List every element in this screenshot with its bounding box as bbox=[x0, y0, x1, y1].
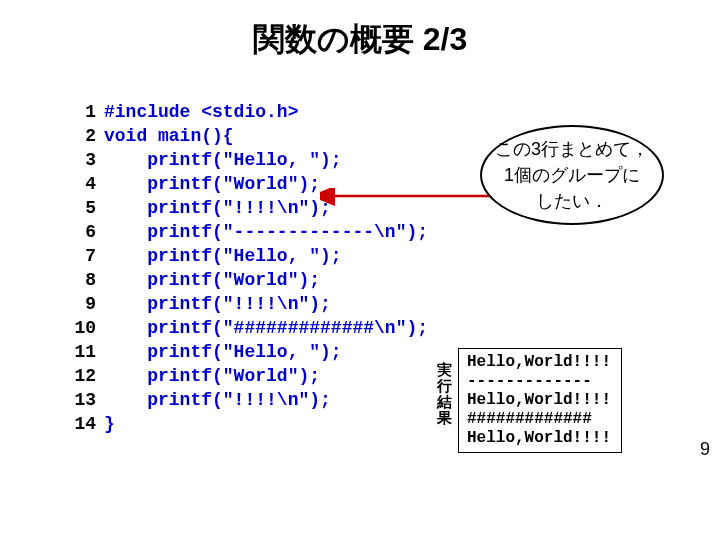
code-text: printf("World"); bbox=[104, 270, 320, 290]
code-text: printf("Hello, "); bbox=[104, 342, 342, 362]
code-text: #include <stdio.h> bbox=[104, 102, 298, 122]
code-line: 5 printf("!!!!\n"); bbox=[72, 196, 428, 220]
balloon-text: この3行まとめて， 1個のグループに したい． bbox=[495, 136, 649, 214]
result-label: 実行結果 bbox=[436, 362, 452, 426]
code-line: 12 printf("World"); bbox=[72, 364, 428, 388]
code-text: printf("World"); bbox=[104, 366, 320, 386]
code-text: } bbox=[104, 414, 115, 434]
code-text: printf("World"); bbox=[104, 174, 320, 194]
line-number: 14 bbox=[72, 412, 96, 436]
code-line: 4 printf("World"); bbox=[72, 172, 428, 196]
result-output: Hello,World!!!! ------------- Hello,Worl… bbox=[458, 348, 622, 453]
code-line: 14} bbox=[72, 412, 428, 436]
line-number: 7 bbox=[72, 244, 96, 268]
code-text: printf("Hello, "); bbox=[104, 150, 342, 170]
code-text: void main(){ bbox=[104, 126, 234, 146]
line-number: 3 bbox=[72, 148, 96, 172]
line-number: 4 bbox=[72, 172, 96, 196]
code-line: 10 printf("#############\n"); bbox=[72, 316, 428, 340]
code-line: 7 printf("Hello, "); bbox=[72, 244, 428, 268]
slide-title: 関数の概要 2/3 bbox=[0, 0, 720, 62]
line-number: 2 bbox=[72, 124, 96, 148]
code-line: 3 printf("Hello, "); bbox=[72, 148, 428, 172]
code-line: 2void main(){ bbox=[72, 124, 428, 148]
code-text: printf("Hello, "); bbox=[104, 246, 342, 266]
code-block: 1#include <stdio.h>2void main(){3 printf… bbox=[72, 100, 428, 436]
balloon-callout: この3行まとめて， 1個のグループに したい． bbox=[480, 125, 664, 225]
code-line: 6 printf("-------------\n"); bbox=[72, 220, 428, 244]
line-number: 10 bbox=[72, 316, 96, 340]
line-number: 6 bbox=[72, 220, 96, 244]
code-text: printf("#############\n"); bbox=[104, 318, 428, 338]
line-number: 9 bbox=[72, 292, 96, 316]
code-line: 8 printf("World"); bbox=[72, 268, 428, 292]
code-line: 11 printf("Hello, "); bbox=[72, 340, 428, 364]
code-text: printf("!!!!\n"); bbox=[104, 198, 331, 218]
code-text: printf("!!!!\n"); bbox=[104, 390, 331, 410]
code-text: printf("!!!!\n"); bbox=[104, 294, 331, 314]
line-number: 11 bbox=[72, 340, 96, 364]
line-number: 13 bbox=[72, 388, 96, 412]
code-text: printf("-------------\n"); bbox=[104, 222, 428, 242]
line-number: 12 bbox=[72, 364, 96, 388]
code-line: 13 printf("!!!!\n"); bbox=[72, 388, 428, 412]
line-number: 8 bbox=[72, 268, 96, 292]
line-number: 5 bbox=[72, 196, 96, 220]
line-number: 1 bbox=[72, 100, 96, 124]
code-line: 9 printf("!!!!\n"); bbox=[72, 292, 428, 316]
code-line: 1#include <stdio.h> bbox=[72, 100, 428, 124]
page-number: 9 bbox=[700, 439, 710, 460]
